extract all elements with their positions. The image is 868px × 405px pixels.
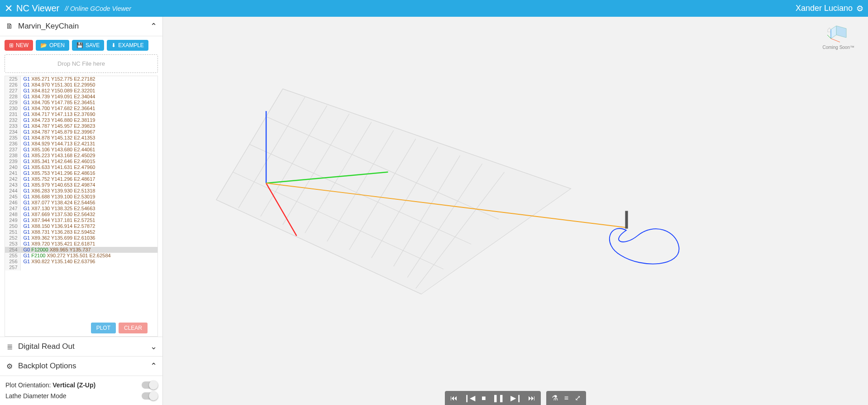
app-subtitle: // Online GCode Viewer xyxy=(65,5,131,12)
new-icon: ⊞ xyxy=(9,42,14,48)
chevron-up-icon: ⌃ xyxy=(150,361,157,371)
gcode-line[interactable]: 227G1 X84.812 Y150.089 E2.32201 xyxy=(5,88,157,94)
gcode-line[interactable]: 233G1 X84.787 Y145.957 E2.39823 xyxy=(5,123,157,129)
download-icon: ⬇ xyxy=(111,42,116,48)
gcode-line[interactable]: 236G1 X84.929 Y144.713 E2.42131 xyxy=(5,141,157,147)
gcode-line[interactable]: 256G1 X90.822 Y135.140 E2.63796 xyxy=(5,259,157,265)
playback-controls: ⏮ ❙◀ ■ ❚❚ ▶❙ ⏭ ⚗ ≡ ⤢ xyxy=(445,391,586,405)
orientation-label: Plot Orientation: xyxy=(5,381,51,389)
file-panel-header[interactable]: 🗎 Marvin_KeyChain ⌃ xyxy=(0,17,162,36)
plot-button[interactable]: PLOT xyxy=(91,323,116,333)
skip-start-icon[interactable]: ⏮ xyxy=(450,394,458,402)
gcode-line[interactable]: 226G1 X84.970 Y151.301 E2.29950 xyxy=(5,82,157,88)
example-button[interactable]: ⬇EXAMPLE xyxy=(107,40,148,51)
svg-line-25 xyxy=(831,39,840,42)
gcode-line[interactable]: 250G1 X88.150 Y136.914 E2.57872 xyxy=(5,223,157,229)
gcode-line[interactable]: 249G1 X87.944 Y137.181 E2.57251 xyxy=(5,217,157,223)
dro-icon: ≣ xyxy=(5,342,14,351)
gcode-line[interactable]: 247G1 X87.130 Y138.325 E2.54663 xyxy=(5,206,157,212)
gcode-line[interactable]: 232G1 X84.723 Y146.880 E2.38119 xyxy=(5,117,157,123)
svg-marker-23 xyxy=(831,26,836,39)
gcode-line[interactable]: 244G1 X86.283 Y139.930 E2.51318 xyxy=(5,188,157,194)
backplot-title: Backplot Options xyxy=(18,362,76,371)
coming-soon-label: Coming Soon™ xyxy=(822,45,854,50)
gcode-line[interactable]: 240G1 X85.633 Y141.631 E2.47960 xyxy=(5,164,157,170)
gcode-line[interactable]: 228G1 X84.739 Y149.091 E2.34044 xyxy=(5,94,157,100)
gcode-line[interactable]: 229G1 X84.705 Y147.785 E2.36451 xyxy=(5,100,157,106)
save-button[interactable]: 💾SAVE xyxy=(72,40,104,51)
file-panel-body: ⊞NEW 📂OPEN 💾SAVE ⬇EXAMPLE Drop NC File h… xyxy=(0,36,162,337)
gcode-editor[interactable]: 225G1 X85.271 Y152.775 E2.27182226G1 X84… xyxy=(5,76,158,337)
orientation-toggle[interactable] xyxy=(142,381,157,389)
flask-icon[interactable]: ⚗ xyxy=(552,394,558,402)
gcode-line[interactable]: 237G1 X85.106 Y143.680 E2.44061 xyxy=(5,147,157,153)
app-title: NC Viewer xyxy=(16,3,59,14)
step-fwd-icon[interactable]: ▶❙ xyxy=(510,394,522,402)
close-icon[interactable]: ✕ xyxy=(5,4,13,14)
skip-end-icon[interactable]: ⏭ xyxy=(528,394,535,402)
gcode-line[interactable]: 241G1 X85.753 Y141.296 E2.48616 xyxy=(5,170,157,176)
gcode-line[interactable]: 251G1 X88.731 Y136.283 E2.59452 xyxy=(5,229,157,235)
gcode-line[interactable]: 238G1 X85.223 Y143.168 E2.45029 xyxy=(5,153,157,159)
sliders-icon[interactable]: ≡ xyxy=(564,394,568,402)
gcode-line[interactable]: 257 xyxy=(5,265,157,270)
save-icon: 💾 xyxy=(76,42,83,48)
svg-line-26 xyxy=(827,35,831,39)
orientation-value: Vertical (Z-Up) xyxy=(52,381,95,389)
gcode-line[interactable]: 225G1 X85.271 Y152.775 E2.27182 xyxy=(5,76,157,82)
open-button[interactable]: 📂OPEN xyxy=(36,40,69,51)
svg-marker-22 xyxy=(836,26,846,38)
gear-icon[interactable]: ⚙ xyxy=(856,4,863,14)
dro-panel-header[interactable]: ≣ Digital Read Out ⌄ xyxy=(0,337,162,357)
gcode-line[interactable]: 253G1 X89.720 Y135.421 E2.61871 xyxy=(5,241,157,247)
gcode-line[interactable]: 235G1 X84.878 Y145.132 E2.41353 xyxy=(5,135,157,141)
file-icon: 🗎 xyxy=(5,22,14,30)
new-button[interactable]: ⊞NEW xyxy=(5,40,33,51)
step-back-icon[interactable]: ❙◀ xyxy=(464,394,475,402)
orientation-cube[interactable]: Coming Soon™ xyxy=(822,21,854,50)
svg-rect-21 xyxy=(625,211,628,229)
gcode-line[interactable]: 239G1 X85.341 Y142.646 E2.46015 xyxy=(5,159,157,164)
stop-icon[interactable]: ■ xyxy=(482,394,486,402)
clear-button[interactable]: CLEAR xyxy=(119,323,148,333)
gcode-line[interactable]: 243G1 X85.979 Y140.653 E2.49874 xyxy=(5,182,157,188)
gcode-line[interactable]: 242G1 X85.752 Y141.296 E2.48617 xyxy=(5,176,157,182)
sidebar: 🗎 Marvin_KeyChain ⌃ ⊞NEW 📂OPEN 💾SAVE ⬇EX… xyxy=(0,17,163,405)
gcode-line[interactable]: 234G1 X84.787 Y145.879 E2.39967 xyxy=(5,129,157,135)
gcode-line[interactable]: 246G1 X87.077 Y138.424 E2.54456 xyxy=(5,200,157,206)
svg-marker-0 xyxy=(216,89,571,294)
gcode-line[interactable]: 248G1 X87.669 Y137.530 E2.56432 xyxy=(5,212,157,217)
expand-icon[interactable]: ⤢ xyxy=(575,394,581,402)
open-icon: 📂 xyxy=(40,42,47,48)
backplot-panel-body: Plot Orientation: Vertical (Z-Up) Lathe … xyxy=(0,376,162,405)
scene-svg xyxy=(163,17,868,405)
gcode-line[interactable]: 230G1 X84.700 Y147.682 E2.36641 xyxy=(5,106,157,111)
app-header: ✕ NC Viewer // Online GCode Viewer Xande… xyxy=(0,0,868,17)
chevron-up-icon: ⌃ xyxy=(150,21,157,31)
gcode-line[interactable]: 255G1 F2100 X90.272 Y135.501 E2.62584 xyxy=(5,253,157,259)
dro-title: Digital Read Out xyxy=(18,342,75,351)
gcode-line[interactable]: 252G1 X89.362 Y135.699 E2.61036 xyxy=(5,235,157,241)
gcode-line[interactable]: 245G1 X86.688 Y139.100 E2.53019 xyxy=(5,194,157,200)
lathe-label: Lathe Diameter Mode xyxy=(5,392,67,400)
dropzone[interactable]: Drop NC File here xyxy=(5,54,158,73)
chevron-down-icon: ⌄ xyxy=(150,342,157,352)
pause-icon[interactable]: ❚❚ xyxy=(492,394,504,402)
gcode-line[interactable]: 231G1 X84.717 Y147.113 E2.37690 xyxy=(5,111,157,117)
lathe-toggle[interactable] xyxy=(142,392,157,400)
viewport[interactable]: ⌂ Coming Soon™ ⏮ ❙◀ ■ ❚❚ ▶❙ ⏭ ⚗ xyxy=(163,17,868,405)
user-name[interactable]: Xander Luciano xyxy=(796,4,853,13)
file-name: Marvin_KeyChain xyxy=(18,22,79,31)
gcode-line[interactable]: 254G0 F12000 X89.965 Y135.737 xyxy=(5,247,157,253)
backplot-panel-header[interactable]: ⚙ Backplot Options ⌃ xyxy=(0,357,162,376)
options-icon: ⚙ xyxy=(5,362,14,371)
